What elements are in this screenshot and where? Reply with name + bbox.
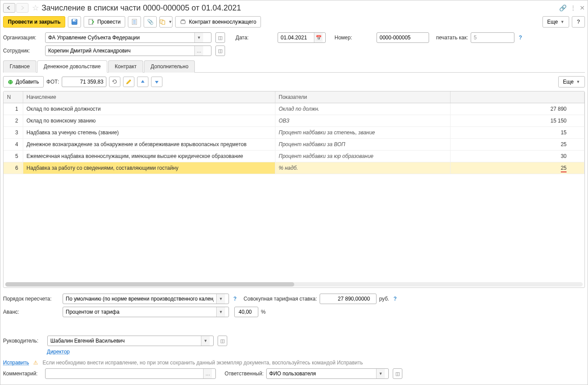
director-link[interactable]: Директор	[47, 349, 70, 355]
cell-value: 30	[450, 150, 584, 162]
rate-unit: руб.	[379, 296, 389, 302]
rate-label: Совокупная тарифная ставка:	[243, 296, 317, 302]
responsible-open-button[interactable]: ◫	[393, 368, 402, 379]
cell-name: Денежное вознаграждение за обнаружение и…	[23, 139, 275, 150]
accruals-table: N Начисление Показатели 1Оклад по воинск…	[3, 91, 585, 288]
more-button[interactable]: Еще ▼	[542, 16, 569, 28]
report-button[interactable]	[128, 16, 141, 28]
responsible-label: Ответственный:	[225, 371, 264, 377]
recalc-select[interactable]	[63, 294, 216, 304]
cell-name: Надбавка за ученую степень (звание)	[23, 127, 275, 139]
cell-name: Надбавка за работу со сведениями, состав…	[23, 162, 275, 174]
cell-n: 3	[4, 127, 23, 139]
post-button[interactable]: Провести	[84, 16, 125, 28]
cell-value: 15 150	[450, 115, 584, 127]
number-input[interactable]	[377, 33, 425, 42]
move-down-button[interactable]	[151, 77, 162, 87]
cell-n: 1	[4, 103, 23, 115]
org-input[interactable]	[46, 33, 194, 42]
save-button[interactable]	[68, 16, 81, 28]
link-icon[interactable]: 🔗	[559, 4, 567, 11]
post-and-close-button[interactable]: Провести и закрыть	[3, 16, 65, 28]
advance-dropdown-button[interactable]: ▼	[216, 307, 225, 317]
cell-name: Оклад по воинскому званию	[23, 115, 275, 127]
col-header-value[interactable]	[450, 91, 584, 103]
cell-n: 4	[4, 139, 23, 150]
advance-pct-input[interactable]	[235, 307, 254, 317]
org-open-button[interactable]: ◫	[215, 32, 225, 43]
org-dropdown-button[interactable]: ▼	[194, 33, 203, 42]
cell-indicator: % надб.	[275, 162, 450, 174]
more-menu-icon[interactable]: ⋮	[570, 4, 576, 11]
rate-help-icon[interactable]: ?	[394, 296, 397, 302]
recalc-help-icon[interactable]: ?	[233, 296, 236, 302]
date-input[interactable]	[278, 33, 314, 42]
advance-select[interactable]	[63, 307, 216, 317]
col-header-name[interactable]: Начисление	[23, 91, 275, 103]
tab-contract[interactable]: Контракт	[108, 60, 143, 73]
refresh-button[interactable]	[109, 77, 120, 87]
fot-input[interactable]	[62, 77, 106, 87]
move-up-button[interactable]	[137, 77, 148, 87]
responsible-dropdown-button[interactable]: ▼	[376, 369, 385, 378]
cell-n: 5	[4, 150, 23, 162]
fix-link[interactable]: Исправить	[3, 360, 29, 366]
comment-select-button[interactable]: …	[203, 369, 212, 378]
cell-indicator: Оклад по должн.	[275, 103, 450, 115]
cell-indicator: Процент надбавки за степень, звание	[275, 127, 450, 139]
table-row[interactable]: 2Оклад по воинскому званиюОВЗ15 150	[4, 115, 584, 127]
head-open-button[interactable]: ◫	[218, 336, 227, 346]
warning-icon: ⚠	[33, 360, 38, 366]
favorite-star-icon[interactable]: ☆	[32, 3, 39, 13]
table-row[interactable]: 3Надбавка за ученую степень (звание)Проц…	[4, 127, 584, 139]
plus-icon: ⊕	[8, 78, 13, 85]
employee-select-button[interactable]: …	[194, 46, 203, 56]
org-label: Организация:	[3, 35, 42, 41]
employee-label: Сотрудник:	[3, 48, 42, 54]
table-row[interactable]: 6Надбавка за работу со сведениями, соста…	[4, 162, 584, 174]
cell-indicator: ОВЗ	[275, 115, 450, 127]
recalc-dropdown-button[interactable]: ▼	[216, 294, 225, 304]
employee-open-button[interactable]: ◫	[215, 46, 225, 56]
table-row[interactable]: 1Оклад по воинской должностиОклад по дол…	[4, 103, 584, 115]
create-based-on-button[interactable]: ▼	[159, 16, 173, 28]
head-label: Руководитель:	[3, 338, 45, 344]
head-dropdown-button[interactable]: ▼	[201, 336, 210, 346]
contract-button[interactable]: Контракт военнослужащего	[175, 16, 261, 28]
tab-additional[interactable]: Дополнительно	[144, 60, 195, 73]
employee-input[interactable]	[46, 46, 194, 56]
nav-forward-button[interactable]	[16, 3, 28, 13]
table-row[interactable]: 5Ежемесячная надбавка военнослужащим, им…	[4, 150, 584, 162]
edit-button[interactable]	[123, 77, 134, 87]
cell-n: 2	[4, 115, 23, 127]
date-picker-button[interactable]: 📅	[314, 33, 323, 42]
window-title: Зачисление в списки части 0000-000005 от…	[42, 4, 559, 13]
close-icon[interactable]: ✕	[580, 4, 585, 11]
responsible-input[interactable]	[267, 369, 376, 378]
help-button[interactable]: ?	[572, 16, 585, 28]
svg-rect-9	[162, 21, 165, 24]
cell-value: 25	[450, 162, 584, 174]
fot-label: ФОТ:	[46, 79, 59, 85]
col-header-indicators[interactable]: Показатели	[275, 91, 450, 103]
head-input[interactable]	[48, 336, 201, 346]
print-as-input[interactable]	[471, 33, 511, 42]
cell-value: 27 890	[450, 103, 584, 115]
date-label: Дата:	[236, 35, 275, 41]
nav-back-button[interactable]	[3, 3, 15, 13]
cell-n: 6	[4, 162, 23, 174]
cell-name: Оклад по воинской должности	[23, 103, 275, 115]
comment-input[interactable]	[46, 369, 203, 378]
fix-text: Если необходимо внести исправление, но п…	[42, 360, 363, 366]
print-as-help-icon[interactable]: ?	[519, 35, 522, 41]
table-more-button[interactable]: Еще ▼	[558, 76, 585, 88]
tab-allowance[interactable]: Денежное довольствие	[37, 60, 107, 73]
h-scrollbar[interactable]	[5, 282, 583, 287]
col-header-n[interactable]: N	[4, 91, 23, 103]
rate-input[interactable]	[320, 294, 373, 304]
tab-main[interactable]: Главное	[3, 60, 36, 73]
cell-name: Ежемесячная надбавка военнослужащим, име…	[23, 150, 275, 162]
attachment-button[interactable]: 📎	[144, 16, 157, 28]
add-button[interactable]: ⊕Добавить	[3, 76, 44, 88]
table-row[interactable]: 4Денежное вознаграждение за обнаружение …	[4, 139, 584, 150]
